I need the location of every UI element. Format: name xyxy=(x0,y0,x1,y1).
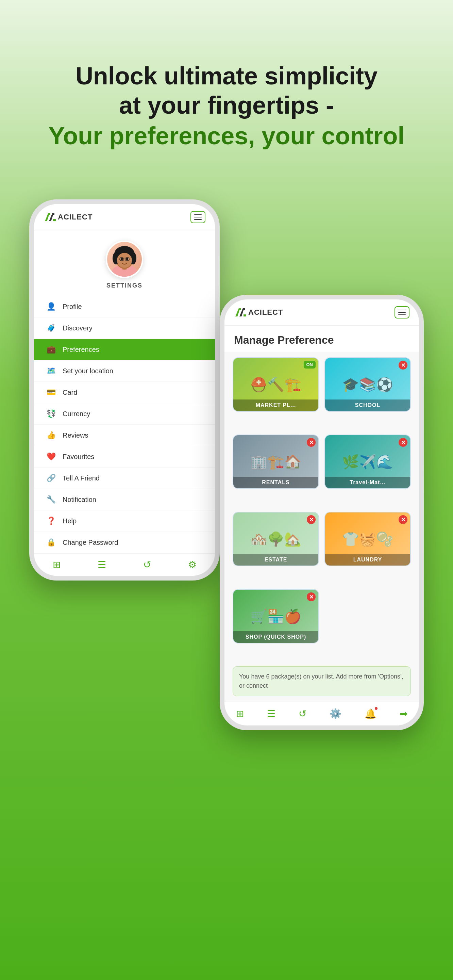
acilect-logo-icon xyxy=(43,212,56,223)
left-hamburger-button[interactable] xyxy=(191,211,205,223)
menu-list: 👤 Profile 🧳 Discovery 💼 Preferences 🗺️ S… xyxy=(34,296,215,553)
market-badge[interactable]: ON xyxy=(304,361,316,369)
nav-grid-icon[interactable]: ⊞ xyxy=(53,559,60,570)
help-icon: ❓ xyxy=(46,517,56,525)
pref-card-school[interactable]: 🎓📚⚽ SCHOOL ✕ xyxy=(324,357,411,412)
svg-point-6 xyxy=(117,253,132,268)
pref-card-shop[interactable]: 🛒🏪🍎 SHOP (QUICK SHOP) ✕ xyxy=(233,589,319,643)
hamburger-line2 xyxy=(194,217,202,218)
right-nav-history-icon[interactable]: ↺ xyxy=(299,708,307,719)
preferences-label: Preferences xyxy=(63,346,99,353)
settings-label: SETTINGS xyxy=(106,282,143,289)
menu-item-set-location[interactable]: 🗺️ Set your location xyxy=(34,360,215,382)
hero-line3: Your preferences, your control xyxy=(49,120,405,152)
card-label: Card xyxy=(63,388,77,396)
menu-item-notification[interactable]: 🔧 Notification xyxy=(34,489,215,511)
preference-cards-grid: ⛑️🔨🏗️ MARKET PL... ON 🎓📚⚽ SCHOOL ✕ xyxy=(224,352,419,666)
profile-icon: 👤 xyxy=(46,302,56,311)
svg-point-8 xyxy=(126,258,128,260)
right-hamburger-line1 xyxy=(398,310,406,310)
right-nav-logout-icon[interactable]: ➡ xyxy=(400,708,407,719)
discovery-icon: 🧳 xyxy=(46,324,56,332)
hamburger-line1 xyxy=(194,215,202,215)
right-logo-text: ACILECT xyxy=(248,308,283,317)
notification-icon: 🔧 xyxy=(46,495,56,504)
menu-item-tell-friend[interactable]: 🔗 Tell A Friend xyxy=(34,468,215,489)
avatar-image xyxy=(109,240,140,278)
left-phone-header: ACILECT xyxy=(34,204,215,231)
pref-card-laundry[interactable]: 👕🧺🫧 LAUNDRY ✕ xyxy=(324,512,411,566)
help-label: Help xyxy=(63,517,76,525)
right-nav-notification-icon[interactable]: 🔔 xyxy=(365,708,377,719)
menu-item-reviews[interactable]: 👍 Reviews xyxy=(34,425,215,446)
menu-item-profile[interactable]: 👤 Profile xyxy=(34,296,215,318)
location-icon: 🗺️ xyxy=(46,366,56,375)
travel-label: Travel-Mat... xyxy=(325,477,410,488)
tell-friend-label: Tell A Friend xyxy=(63,474,100,482)
left-logo: ACILECT xyxy=(43,212,92,223)
hamburger-line3 xyxy=(194,219,202,220)
menu-item-discovery[interactable]: 🧳 Discovery xyxy=(34,318,215,339)
card-icon: 💳 xyxy=(46,388,56,397)
menu-item-preferences[interactable]: 💼 Preferences xyxy=(34,339,215,360)
right-phone-header: ACILECT xyxy=(224,299,419,326)
currency-label: Currency xyxy=(63,410,90,418)
pref-card-rentals[interactable]: 🏢🏗️🏠 RENTALS ✕ xyxy=(233,434,319,489)
right-logo: ACILECT xyxy=(234,307,283,318)
left-bottom-nav: ⊞ ☰ ↺ ⚙ xyxy=(34,553,215,576)
phones-container: ACILECT xyxy=(22,179,431,791)
hero-line2: at your fingertips - xyxy=(49,91,405,120)
favourites-icon: ❤️ xyxy=(46,452,56,461)
menu-item-card[interactable]: 💳 Card xyxy=(34,382,215,403)
market-label: MARKET PL... xyxy=(233,399,318,411)
set-location-label: Set your location xyxy=(63,367,113,375)
estate-label: ESTATE xyxy=(233,554,318,566)
pref-card-travel[interactable]: 🌿✈️🌊 Travel-Mat... ✕ xyxy=(324,434,411,489)
school-label: SCHOOL xyxy=(325,399,410,411)
info-box: You have 6 package(s) on your list. Add … xyxy=(233,666,411,696)
change-password-label: Change Password xyxy=(63,539,118,546)
hero-section: Unlock ultimate simplicity at your finge… xyxy=(28,61,425,152)
preferences-icon: 💼 xyxy=(46,345,56,354)
left-logo-text: ACILECT xyxy=(58,213,92,221)
password-icon: 🔒 xyxy=(46,538,56,547)
hero-line1: Unlock ultimate simplicity xyxy=(49,61,405,91)
right-nav-settings-icon[interactable]: ⚙️ xyxy=(329,708,342,719)
right-hamburger-button[interactable] xyxy=(394,306,410,318)
laundry-label: LAUNDRY xyxy=(325,554,410,566)
profile-label: Profile xyxy=(63,303,82,311)
manage-preference-title: Manage Preference xyxy=(224,326,419,352)
nav-list-icon[interactable]: ☰ xyxy=(98,559,106,570)
right-hamburger-line3 xyxy=(398,314,406,315)
reviews-label: Reviews xyxy=(63,431,88,439)
menu-item-help[interactable]: ❓ Help xyxy=(34,511,215,532)
currency-icon: 💱 xyxy=(46,409,56,418)
pref-card-estate[interactable]: 🏘️🌳🏡 ESTATE ✕ xyxy=(233,512,319,566)
right-phone: ACILECT Manage Preference ⛑️🔨🏗️ MARKET xyxy=(220,295,424,730)
menu-item-change-password[interactable]: 🔒 Change Password xyxy=(34,532,215,553)
acilect-logo-icon-right xyxy=(234,307,247,318)
menu-item-favourites[interactable]: ❤️ Favourites xyxy=(34,446,215,468)
menu-item-currency[interactable]: 💱 Currency xyxy=(34,403,215,425)
right-nav-grid-icon[interactable]: ⊞ xyxy=(236,708,244,719)
avatar-section: SETTINGS xyxy=(34,231,215,296)
discovery-label: Discovery xyxy=(63,324,92,332)
svg-point-7 xyxy=(121,258,123,260)
right-nav-list-icon[interactable]: ☰ xyxy=(267,708,275,719)
rentals-label: RENTALS xyxy=(233,477,318,488)
right-hamburger-line2 xyxy=(398,312,406,313)
shop-label: SHOP (QUICK SHOP) xyxy=(233,631,318,643)
left-phone: ACILECT xyxy=(29,199,220,581)
pref-card-market[interactable]: ⛑️🔨🏗️ MARKET PL... ON xyxy=(233,357,319,412)
tell-friend-icon: 🔗 xyxy=(46,474,56,482)
nav-history-icon[interactable]: ↺ xyxy=(143,559,151,570)
nav-settings-icon[interactable]: ⚙ xyxy=(188,559,197,570)
favourites-label: Favourites xyxy=(63,453,94,461)
reviews-icon: 👍 xyxy=(46,431,56,440)
right-bottom-nav: ⊞ ☰ ↺ ⚙️ 🔔 ➡ xyxy=(224,702,419,725)
avatar xyxy=(106,240,143,278)
notification-label: Notification xyxy=(63,496,96,504)
